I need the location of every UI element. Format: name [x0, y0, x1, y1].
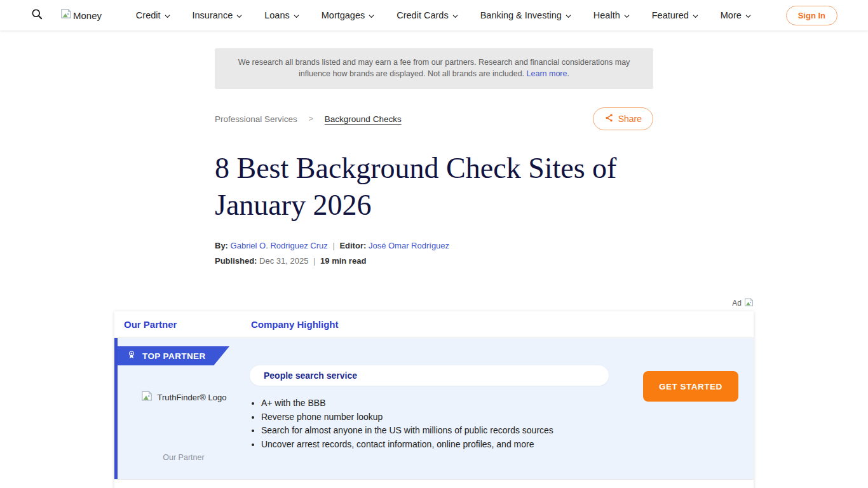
nav-item-banking-investing[interactable]: Banking & Investing — [480, 10, 572, 20]
byline: By: Gabriel O. Rodriguez Cruz | Editor: … — [215, 241, 653, 250]
company-highlight-cell: People search service A+ with the BBB Re… — [250, 365, 628, 479]
logo-alt-text: Money — [73, 10, 102, 21]
feature-item: Reverse phone number lookup — [261, 412, 609, 421]
breadcrumb-separator: > — [309, 114, 313, 123]
feature-item: A+ with the BBB — [261, 398, 609, 407]
chevron-down-icon — [623, 13, 630, 20]
chevron-down-icon — [164, 13, 171, 20]
partner-comparison-table: Our Partner Company Highlight TOP PARTNE… — [114, 311, 754, 488]
service-highlight-pill: People search service — [250, 365, 609, 386]
nav-item-credit[interactable]: Credit — [136, 10, 171, 20]
chevron-down-icon — [692, 13, 699, 20]
nav-item-health[interactable]: Health — [593, 10, 630, 20]
broken-image-icon — [60, 9, 72, 22]
published-line: Published: Dec 31, 2025 | 19 min read — [215, 256, 653, 266]
learn-more-link[interactable]: Learn more — [527, 69, 567, 78]
breadcrumb-current[interactable]: Background Checks — [325, 114, 402, 124]
table-row: TOP PARTNER TruthFinder® Logo Our Partne… — [114, 338, 754, 479]
search-button[interactable] — [28, 5, 46, 25]
get-started-button[interactable]: GET STARTED — [643, 371, 738, 402]
money-logo[interactable]: Money — [60, 9, 102, 22]
partner-logo-alt-text: TruthFinder® Logo — [158, 393, 227, 402]
top-partner-badge: TOP PARTNER — [118, 346, 229, 365]
top-partner-label: TOP PARTNER — [142, 351, 206, 361]
cta-cell: GET STARTED — [628, 365, 754, 479]
share-icon — [604, 113, 614, 125]
disclaimer-text: We research all brands listed and may ea… — [238, 58, 630, 78]
editor-link[interactable]: José Omar Rodríguez — [369, 241, 449, 250]
nav-item-loans[interactable]: Loans — [264, 10, 300, 20]
page-title: 8 Best Background Check Sites of January… — [215, 150, 653, 224]
sign-in-button[interactable]: Sign In — [786, 6, 837, 25]
partner-logo[interactable]: TruthFinder® Logo — [141, 391, 227, 403]
nav-item-featured[interactable]: Featured — [652, 10, 699, 20]
chevron-down-icon — [565, 13, 572, 20]
chevron-down-icon — [745, 13, 752, 20]
broken-image-icon — [744, 298, 754, 309]
affiliate-disclaimer: We research all brands listed and may ea… — [215, 48, 653, 89]
nav-item-insurance[interactable]: Insurance — [193, 10, 243, 20]
chevron-down-icon — [293, 13, 300, 20]
nav-item-credit-cards[interactable]: Credit Cards — [397, 10, 458, 20]
medal-icon — [126, 349, 137, 363]
feature-list: A+ with the BBB Reverse phone number loo… — [250, 398, 609, 449]
ad-label: Ad — [732, 299, 742, 308]
broken-image-icon — [141, 391, 153, 403]
chevron-down-icon — [452, 13, 459, 20]
published-date: Dec 31, 2025 — [259, 256, 308, 266]
column-header-our-partner: Our Partner — [114, 319, 251, 330]
nav-item-more[interactable]: More — [721, 10, 752, 20]
next-table-row — [114, 479, 754, 488]
feature-item: Search for almost anyone in the US with … — [261, 426, 609, 435]
feature-item: Uncover arrest records, contact informat… — [261, 440, 609, 449]
column-header-company-highlight: Company Highlight — [251, 319, 339, 330]
chevron-down-icon — [236, 13, 243, 20]
share-button[interactable]: Share — [593, 107, 653, 130]
search-icon — [31, 8, 44, 23]
chevron-down-icon — [368, 13, 375, 20]
breadcrumb-parent[interactable]: Professional Services — [215, 114, 297, 124]
author-link[interactable]: Gabriel O. Rodriguez Cruz — [231, 241, 328, 250]
top-nav: Money Credit Insurance Loans Mortgages C… — [0, 0, 868, 30]
partner-caption: Our Partner — [163, 453, 204, 462]
breadcrumb: Professional Services > Background Check… — [215, 114, 402, 124]
table-header-row: Our Partner Company Highlight — [114, 311, 754, 338]
nav-item-mortgages[interactable]: Mortgages — [322, 10, 376, 20]
ad-slot: Ad — [114, 297, 754, 309]
main-menu: Credit Insurance Loans Mortgages Credit … — [102, 10, 786, 20]
partner-cell: TruthFinder® Logo Our Partner — [118, 365, 250, 479]
share-label: Share — [618, 114, 642, 124]
read-time: 19 min read — [320, 256, 366, 266]
